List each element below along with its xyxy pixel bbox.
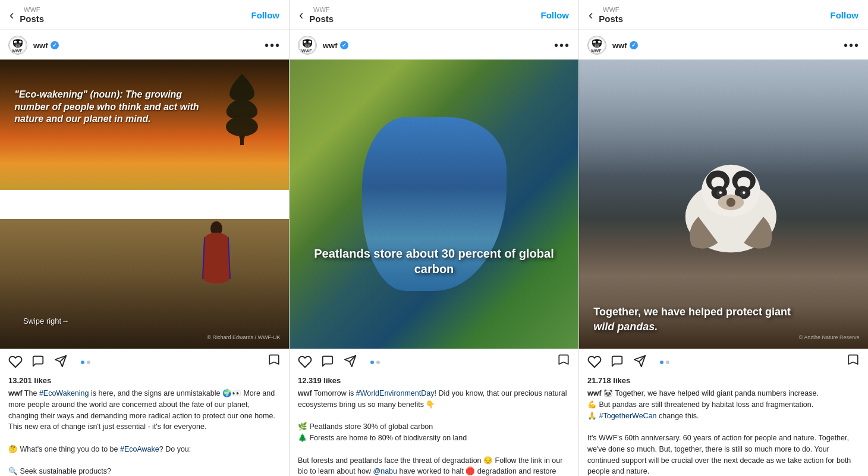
post-content: 21.718 likes wwf 🐼 Together, we have hel… <box>579 374 868 476</box>
comment-button[interactable] <box>31 355 45 370</box>
header-channel: WWF <box>24 6 40 14</box>
bookmark-button[interactable] <box>847 353 860 371</box>
follow-button[interactable]: Follow <box>251 10 280 20</box>
post-column: ‹ WWF Posts Follow <box>579 0 868 476</box>
post-image-credit: © Richard Edwards / WWF-UK <box>207 334 280 340</box>
likes-count: 13.201 likes <box>8 376 281 385</box>
post-image-swipe-text: Swipe right→ <box>23 317 69 325</box>
actions-left <box>8 355 90 370</box>
bookmark-button[interactable] <box>557 353 570 371</box>
avatar[interactable]: WWF <box>8 36 27 55</box>
header-title-group: WWF Posts <box>309 6 334 24</box>
carousel-dot-1 <box>370 361 374 364</box>
post-caption: wwf 🐼 Together, we have helped wild gian… <box>587 388 860 476</box>
post-header: ‹ WWF Posts Follow <box>290 0 578 30</box>
username[interactable]: wwf <box>323 41 338 50</box>
wwf-logo-svg: WWF <box>298 36 316 54</box>
actions-bar <box>290 349 578 374</box>
bookmark-button[interactable] <box>268 353 281 371</box>
share-button[interactable] <box>343 355 357 370</box>
profile-left: WWF wwf ✓ <box>587 36 638 55</box>
wwf-logo-svg: WWF <box>588 36 606 54</box>
username-row: wwf ✓ <box>612 41 638 50</box>
more-options-button[interactable]: ••• <box>554 39 570 51</box>
header-posts-title: Posts <box>20 14 44 24</box>
follow-button[interactable]: Follow <box>831 10 859 20</box>
more-options-button[interactable]: ••• <box>844 39 860 51</box>
more-options-button[interactable]: ••• <box>265 39 281 51</box>
header-title-group: WWF Posts <box>599 6 623 24</box>
post-caption: wwf The #EcoWakening is here, and the si… <box>8 388 281 476</box>
post-image: Peatlands store about 30 percent of glob… <box>290 60 578 349</box>
caption-username[interactable]: wwf <box>8 389 23 397</box>
post-image-credit: © Anzihe Nature Reserve <box>799 334 860 340</box>
svg-point-26 <box>309 43 310 45</box>
back-button[interactable]: ‹ <box>589 9 593 22</box>
username[interactable]: wwf <box>612 41 627 50</box>
header-channel: WWF <box>603 6 619 14</box>
caption-username[interactable]: wwf <box>298 389 312 397</box>
person-illustration <box>202 220 231 291</box>
username-row: wwf ✓ <box>33 41 59 50</box>
like-button[interactable] <box>8 355 23 370</box>
header-posts-title: Posts <box>599 14 623 24</box>
verified-badge: ✓ <box>51 41 59 49</box>
post-image-panda-text: Together, we have helped protect giantwi… <box>593 305 853 334</box>
caption-hashtag[interactable]: #EcoWakening <box>39 389 89 397</box>
header-title-group: WWF Posts <box>20 6 44 24</box>
actions-bar <box>579 349 868 374</box>
back-button[interactable]: ‹ <box>10 9 14 22</box>
svg-point-56 <box>719 191 721 193</box>
post-header-left: ‹ WWF Posts <box>589 6 623 24</box>
profile-row: WWF wwf ✓ ••• <box>579 30 868 60</box>
tree-illustration <box>218 74 266 145</box>
back-button[interactable]: ‹ <box>299 9 303 22</box>
share-button[interactable] <box>54 355 68 370</box>
post-image-main-text: Peatlands store about 30 percent of glob… <box>304 246 564 277</box>
post-image: "Eco-wakening" (noun): The growing numbe… <box>0 60 289 349</box>
caption-username[interactable]: wwf <box>587 389 602 397</box>
likes-count: 12.319 likes <box>298 376 570 385</box>
post-image-ground <box>0 219 289 349</box>
post-image-quote-text: "Eco-wakening" (noun): The growing numbe… <box>14 89 202 126</box>
comment-button[interactable] <box>320 355 335 370</box>
carousel-dot-1 <box>660 361 663 364</box>
like-button[interactable] <box>298 355 312 370</box>
carousel-dot-2 <box>87 361 90 364</box>
share-button[interactable] <box>633 355 647 370</box>
post-column: ‹ WWF Posts Follow <box>290 0 579 476</box>
username[interactable]: wwf <box>33 41 48 50</box>
carousel-dot-1 <box>81 361 84 364</box>
avatar[interactable]: WWF <box>298 36 317 55</box>
profile-row: WWF wwf ✓ ••• <box>0 30 289 60</box>
avatar[interactable]: WWF <box>587 36 606 55</box>
comment-button[interactable] <box>610 355 624 370</box>
svg-point-11 <box>17 45 19 47</box>
profile-left: WWF wwf ✓ <box>298 36 348 55</box>
caption-hashtag[interactable]: #WorldEnvironmentDay <box>356 389 435 397</box>
caption-mention[interactable]: @nabu <box>373 467 397 475</box>
likes-count: 21.718 likes <box>587 376 860 385</box>
svg-point-9 <box>19 43 20 45</box>
caption-hashtag[interactable]: #TogetherWeCan <box>599 412 656 420</box>
caption-hashtag[interactable]: #EcoAwake <box>120 445 159 453</box>
svg-rect-13 <box>240 136 244 145</box>
actions-left <box>587 355 669 370</box>
panda-illustration <box>666 132 796 262</box>
header-channel: WWF <box>313 6 329 14</box>
actions-left <box>298 355 380 370</box>
post-caption: wwf Tomorrow is #WorldEnvironmentDay! Di… <box>298 388 570 476</box>
like-button[interactable] <box>587 355 602 370</box>
svg-text:WWF: WWF <box>12 49 23 53</box>
svg-point-43 <box>596 45 598 47</box>
carousel-dots <box>660 361 669 364</box>
wwf-logo-svg: WWF <box>9 36 27 54</box>
svg-point-41 <box>598 43 599 45</box>
post-image: Together, we have helped protect giantwi… <box>579 60 868 349</box>
username-row: wwf ✓ <box>323 41 348 50</box>
post-header: ‹ WWF Posts Follow <box>579 0 868 30</box>
profile-row: WWF wwf ✓ ••• <box>290 30 578 60</box>
profile-left: WWF wwf ✓ <box>8 36 59 55</box>
post-column: ‹ WWF Posts Follow <box>0 0 290 476</box>
follow-button[interactable]: Follow <box>541 10 570 20</box>
